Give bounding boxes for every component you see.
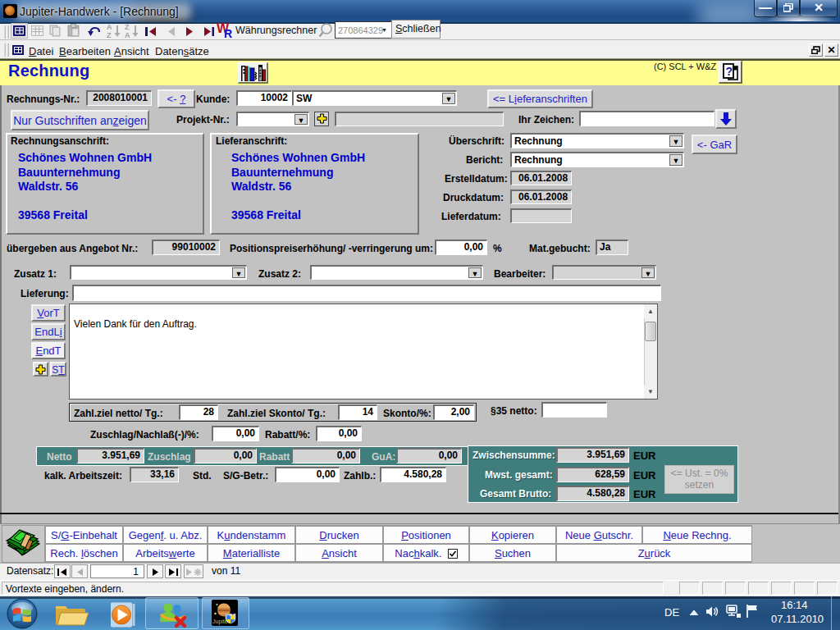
svg-text:?: ? [726,65,733,78]
